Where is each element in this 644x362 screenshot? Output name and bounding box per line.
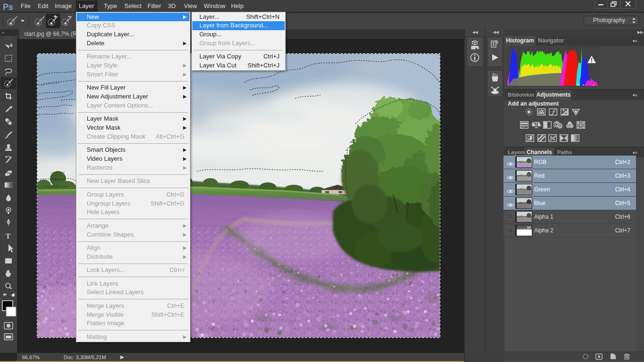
svg-text:T: T xyxy=(6,232,10,240)
svg-text:Photography: Photography xyxy=(593,17,625,24)
svg-text:»: » xyxy=(2,31,4,35)
